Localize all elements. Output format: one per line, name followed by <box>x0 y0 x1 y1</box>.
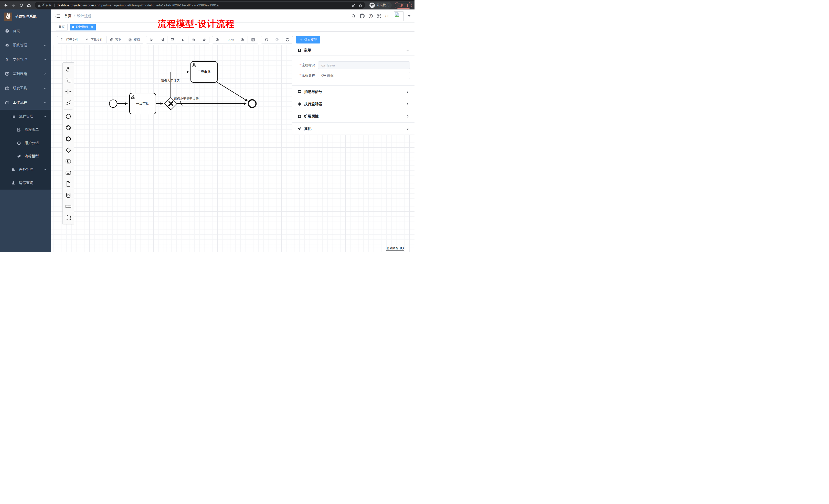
align-button-group <box>146 36 209 43</box>
omnibox-divider <box>54 4 55 7</box>
browser-reload-button[interactable] <box>18 2 25 9</box>
screenshot-root: 不安全 dashboard.yudao.iocoder.cn/bpm/manag… <box>0 0 414 252</box>
panel-section-execution-listeners[interactable]: 执行监听器 <box>292 98 414 110</box>
bookmark-star-icon[interactable] <box>358 3 363 7</box>
zoom-level-label: 100% <box>226 38 234 42</box>
browser-back-button[interactable] <box>3 2 9 9</box>
sidebar-item-user-group[interactable]: 用户分组 <box>0 137 51 150</box>
simulate-button[interactable]: 模拟 <box>125 36 143 43</box>
avatar-dropdown-caret-icon[interactable] <box>408 15 410 17</box>
open-file-button[interactable]: 打开文件 <box>57 36 82 43</box>
zoom-out-button[interactable] <box>212 36 223 43</box>
avatar[interactable] <box>394 11 403 21</box>
panel-section-messages-signals[interactable]: 消息与信号 <box>292 86 414 98</box>
yen-icon <box>5 57 9 62</box>
bpmn-canvas[interactable]: 一级审批 二级审批 请假大于 3 天 请假小于等于 1 天 常规 <box>51 45 414 252</box>
incognito-icon <box>369 3 375 8</box>
sidebar-item-process-model[interactable]: 流程模型 <box>0 150 51 163</box>
end-event[interactable] <box>248 100 256 108</box>
help-icon[interactable] <box>368 14 373 18</box>
chevron-down-icon <box>43 44 46 47</box>
sidebar-item-workflow[interactable]: 工作流程 <box>0 95 51 110</box>
font-size-icon[interactable] <box>385 14 390 18</box>
process-name-input[interactable] <box>318 72 410 79</box>
properties-panel: 常规 *流程标识 *流程名称 <box>292 45 414 135</box>
align-top-button[interactable] <box>167 36 178 43</box>
sidebar-item-process-management[interactable]: 流程管理 <box>0 110 51 123</box>
sidebar-item-payment[interactable]: 支付管理 <box>0 52 51 67</box>
sidebar-item-task-management[interactable]: 任务管理 <box>0 163 51 176</box>
fullscreen-icon[interactable] <box>377 14 382 18</box>
field-process-name: *流程名称 <box>292 72 414 79</box>
briefcase-icon <box>5 86 9 90</box>
browser-update-button[interactable]: 更新 <box>395 2 412 9</box>
align-bottom-button[interactable] <box>178 36 188 43</box>
browser-menu-kebab-icon[interactable] <box>406 4 409 7</box>
send-icon <box>297 127 301 131</box>
address-bar[interactable]: 不安全 dashboard.yudao.iocoder.cn/bpm/manag… <box>35 2 365 9</box>
sidebar-item-devtools[interactable]: 研发工具 <box>0 81 51 95</box>
simulate-label: 模拟 <box>134 38 140 42</box>
plus-circle-icon <box>297 114 301 118</box>
undo-button[interactable] <box>261 36 272 43</box>
not-secure-icon <box>37 4 41 7</box>
restart-button[interactable] <box>282 36 293 43</box>
save-model-button[interactable]: 保存模型 <box>296 36 320 43</box>
flag-icon <box>11 167 15 172</box>
tag-label: 设计流程 <box>76 25 88 29</box>
sidebar-collapse-button[interactable] <box>55 13 60 19</box>
search-icon[interactable] <box>351 14 356 18</box>
download-file-button[interactable]: 下载文件 <box>82 36 106 43</box>
section-label: 消息与信号 <box>304 89 322 94</box>
url-path: /bpm/manager/model/design?modelId=e4a1a1… <box>99 3 219 7</box>
panel-section-other[interactable]: 其他 <box>292 122 414 134</box>
process-key-label: *流程标识 <box>292 63 318 68</box>
browser-home-button[interactable] <box>26 2 32 9</box>
sidebar-item-label: 工作流程 <box>13 100 27 105</box>
required-asterisk: * <box>299 63 301 67</box>
edge-label-greater-3-days[interactable]: 请假大于 3 天 <box>161 79 180 82</box>
url-domain: dashboard.yudao.iocoder.cn <box>57 3 99 7</box>
breadcrumb-home[interactable]: 首页 <box>64 14 71 18</box>
start-event[interactable] <box>109 100 117 108</box>
browser-forward-button[interactable] <box>10 2 17 9</box>
panel-section-general[interactable]: 常规 <box>292 45 414 55</box>
required-asterisk: * <box>299 73 301 77</box>
chevron-right-icon <box>406 127 409 130</box>
update-label: 更新 <box>397 3 404 7</box>
edge-label-lte-1-day[interactable]: 请假小于等于 1 天 <box>174 97 199 101</box>
app-logo-row[interactable]: 芋道管理系统 <box>0 9 51 24</box>
sidebar-item-label: 任务管理 <box>19 167 33 172</box>
sidebar-item-label: 用户分组 <box>25 141 39 145</box>
fit-viewport-button[interactable] <box>248 36 258 43</box>
flow-task2-to-end[interactable] <box>217 82 248 101</box>
process-key-input[interactable] <box>318 62 410 69</box>
zoom-level[interactable]: 100% <box>223 36 237 43</box>
bell-icon <box>297 102 301 106</box>
align-left-button[interactable] <box>146 36 157 43</box>
align-vertical-center-button[interactable] <box>188 36 199 43</box>
monitor-icon <box>5 72 9 76</box>
align-horizontal-center-button[interactable] <box>199 36 209 43</box>
bpmn-io-logo[interactable]: BPMN.iO <box>386 246 404 251</box>
sidebar-item-label: 流程表单 <box>25 127 39 132</box>
sidebar-item-infrastructure[interactable]: 基础设施 <box>0 67 51 81</box>
sidebar-item-process-form[interactable]: 流程表单 <box>0 123 51 137</box>
panel-section-extension-attributes[interactable]: 扩展属性 <box>292 110 414 122</box>
sidebar-item-leave-query[interactable]: 请假查询 <box>0 176 51 190</box>
tag-close-icon[interactable]: × <box>91 26 93 29</box>
redo-button[interactable] <box>272 36 282 43</box>
sidebar-item-label: 请假查询 <box>19 181 33 185</box>
align-right-button[interactable] <box>157 36 167 43</box>
github-icon[interactable] <box>360 13 365 18</box>
sidebar-item-system[interactable]: 系统管理 <box>0 38 51 52</box>
tag-design-process[interactable]: 设计流程 × <box>70 24 96 31</box>
sidebar-item-home[interactable]: 首页 <box>0 24 51 38</box>
chevron-down-icon <box>406 49 409 52</box>
tag-home[interactable]: 首页 <box>56 24 68 31</box>
zoom-in-button[interactable] <box>237 36 248 43</box>
not-secure-label: 不安全 <box>42 3 52 7</box>
preview-button[interactable]: 预览 <box>106 36 125 43</box>
flow-gateway-to-task2[interactable] <box>171 72 189 98</box>
password-key-icon[interactable] <box>352 3 356 7</box>
